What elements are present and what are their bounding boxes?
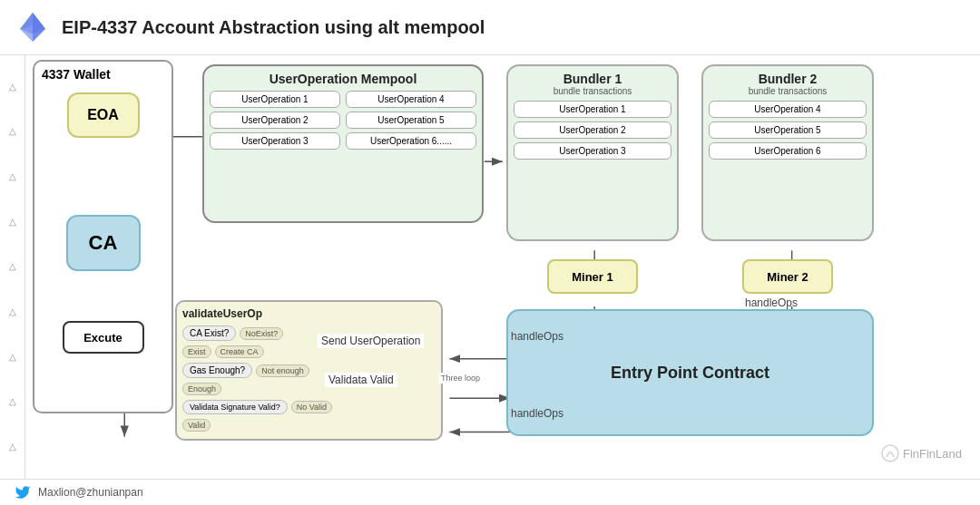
footer: Maxlion@zhunianpan	[0, 479, 980, 505]
handleops-label-1: handleOps	[511, 330, 564, 343]
no-exist-sub: NoExist?	[240, 327, 283, 340]
mempool-item-1: UserOperation 1	[210, 91, 340, 108]
main-content: △ △ △ △ △ △ △ △ △	[0, 55, 980, 479]
page-title: EIP-4337 Account Abstraction using alt m…	[62, 17, 485, 38]
miner-2-box: Miner 2	[742, 259, 833, 294]
bundler-1-container: Bundler 1 bundle transactions UserOperat…	[506, 64, 679, 241]
eoa-box: EOA	[67, 92, 140, 138]
arrow-icon-3: △	[9, 172, 16, 181]
mempool-item-4: UserOperation 4	[346, 91, 476, 108]
bundler-2-title: Bundler 2	[709, 72, 867, 86]
excute-box: Excute	[63, 321, 144, 354]
mempool-item-3: UserOperation 3	[210, 132, 340, 150]
gas-enough-item: Gas Enough?	[182, 363, 252, 378]
create-ca-sub: Create CA	[215, 345, 264, 358]
bundler-1-item-3: UserOperation 3	[514, 142, 671, 160]
arrow-icon-5: △	[9, 262, 16, 271]
bundler-1-title: Bundler 1	[514, 72, 671, 86]
validate-row-gas: Gas Enough? Not enough	[182, 361, 436, 380]
fin-logo-icon	[881, 444, 899, 462]
sig-valid-item: Validata Signature Valid?	[182, 400, 288, 414]
twitter-icon	[15, 484, 31, 500]
watermark: FinFinLand	[881, 444, 962, 462]
bundler-1-subtitle: bundle transactions	[514, 86, 671, 96]
svg-marker-4	[20, 13, 33, 29]
footer-author-name: Maxlion	[38, 486, 75, 499]
bundler-2-item-1: UserOperation 4	[709, 101, 867, 118]
arrow-icon-4: △	[9, 218, 16, 227]
exist-sub: Exist	[182, 345, 211, 358]
enough-sub: Enough	[182, 383, 221, 395]
mempool-title: UserOperation Mempool	[210, 72, 476, 86]
mempool-col-1: UserOperation 1 UserOperation 2 UserOper…	[210, 91, 340, 150]
arrow-icon-9: △	[9, 442, 16, 452]
wallet-label: 4337 Wallet	[34, 62, 172, 85]
svg-marker-5	[33, 13, 45, 29]
footer-at: @	[75, 486, 86, 499]
footer-handle: zhunianpan	[87, 486, 143, 499]
bundler-2-subtitle: bundle transactions	[709, 86, 867, 96]
validate-container: validateUserOp CA Exist? NoExist? Exist …	[175, 300, 443, 441]
mempool-container: UserOperation Mempool UserOperation 1 Us…	[202, 64, 484, 223]
valid-sub: Valid	[182, 419, 211, 432]
arrow-icon-1: △	[9, 83, 16, 92]
bundler-2-item-3: UserOperation 6	[709, 142, 867, 160]
bundler-1-items: UserOperation 1 UserOperation 2 UserOper…	[514, 101, 671, 160]
bundler-1-item-2: UserOperation 2	[514, 121, 671, 139]
arrow-icon-8: △	[9, 397, 16, 406]
validate-row-enough: Enough	[182, 383, 436, 395]
validate-row-valid: Valid	[182, 419, 436, 432]
diagram-area: 4337 Wallet EOA CA Excute Signature User…	[25, 55, 980, 479]
bundler-1-item-1: UserOperation 1	[514, 101, 671, 118]
arrow-icon-6: △	[9, 307, 16, 316]
bundler-2-container: Bundler 2 bundle transactions UserOperat…	[701, 64, 874, 241]
send-userop-label: Send UserOperation	[318, 334, 424, 348]
mempool-item-2: UserOperation 2	[210, 112, 340, 129]
wallet-box: 4337 Wallet EOA CA Excute	[33, 60, 173, 413]
three-loop-label: Three loop	[438, 373, 483, 384]
ca-exist-item: CA Exist?	[182, 325, 236, 341]
bundler-2-item-2: UserOperation 5	[709, 121, 867, 139]
arrow-icon-7: △	[9, 353, 16, 362]
svg-point-20	[882, 445, 898, 461]
mempool-col-2: UserOperation 4 UserOperation 5 UserOper…	[346, 91, 476, 150]
footer-author: Maxlion@zhunianpan	[38, 486, 143, 499]
mempool-item-6: UserOperation 6......	[346, 132, 476, 150]
no-valid-sub: No Valid	[291, 401, 332, 413]
mempool-items: UserOperation 1 UserOperation 2 UserOper…	[210, 91, 476, 150]
validate-title: validateUserOp	[182, 307, 436, 320]
arrow-icon-2: △	[9, 127, 16, 136]
validate-row-sig: Validata Signature Valid? No Valid	[182, 398, 436, 416]
validata-valid-label: Validata Valid	[325, 373, 397, 387]
ca-box: CA	[66, 215, 141, 271]
watermark-text: FinFinLand	[903, 447, 962, 461]
left-arrows-panel: △ △ △ △ △ △ △ △ △	[0, 55, 25, 479]
header: EIP-4337 Account Abstraction using alt m…	[0, 0, 980, 55]
ethereum-logo	[15, 9, 51, 45]
handleops-label-right: handleOps	[745, 296, 798, 309]
mempool-item-5: UserOperation 5	[346, 112, 476, 129]
handleops-label-2: handleOps	[511, 407, 564, 420]
bundler-2-items: UserOperation 4 UserOperation 5 UserOper…	[709, 101, 867, 160]
miner-1-box: Miner 1	[547, 259, 638, 294]
not-enough-sub: Not enough	[256, 364, 309, 377]
page-wrapper: EIP-4337 Account Abstraction using alt m…	[0, 0, 980, 505]
